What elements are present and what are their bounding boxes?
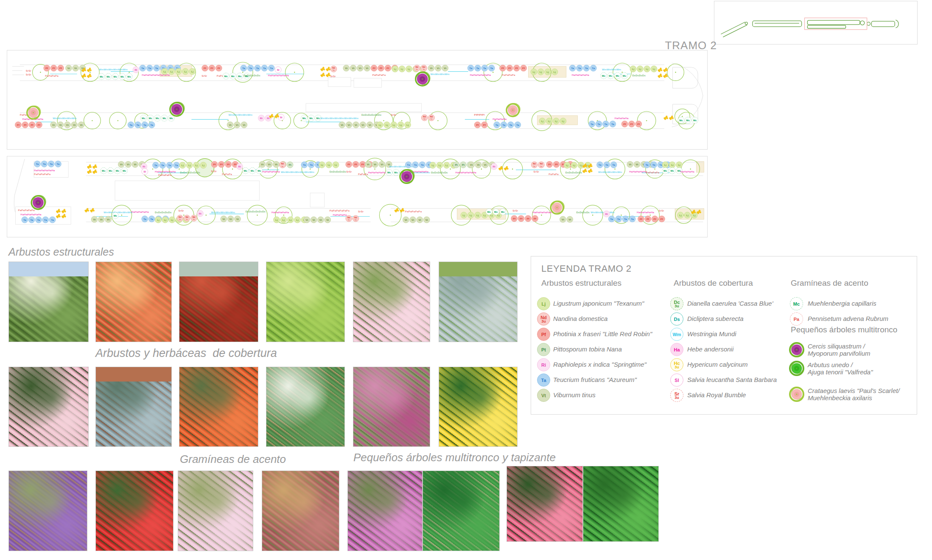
svg-text:Ri: Ri <box>493 165 495 168</box>
svg-text:Vt: Vt <box>275 163 277 166</box>
svg-text:Vt: Vt <box>93 218 95 221</box>
svg-text:Pt: Pt <box>462 163 465 166</box>
svg-text:3u: 3u <box>333 69 335 71</box>
svg-text:Lj: Lj <box>562 120 565 123</box>
svg-text:Ta: Ta <box>502 123 505 126</box>
svg-text:Lj: Lj <box>439 164 441 167</box>
hypericum-flower-cluster <box>269 114 279 118</box>
svg-text:Lj: Lj <box>283 218 285 221</box>
photo-westringia-mundi <box>266 367 345 447</box>
photo-photinia-little-red-robin <box>179 262 258 342</box>
plant-chips-Ta: TaTaTaTa <box>569 65 596 71</box>
plant-chips-Vt: VtVtVt <box>227 122 247 128</box>
plant-chips-Nd: Nd3uNd3u <box>421 114 434 121</box>
svg-text:Mc: Mc <box>170 117 174 120</box>
svg-text:Vt: Vt <box>229 123 232 126</box>
svg-text:Mc: Mc <box>387 171 391 174</box>
svg-text:Ta: Ta <box>44 218 47 221</box>
svg-text:Ta: Ta <box>36 162 39 165</box>
section-header-arboles: Pequeños árboles multitronco y tapizante <box>353 451 556 464</box>
legend-tree-symbol-arbutus <box>787 359 806 378</box>
photo-salvia-santa-barbara <box>8 471 87 551</box>
svg-text:Lj: Lj <box>678 163 680 166</box>
legend-header-gramineas: Gramíneas de acento <box>791 279 868 288</box>
svg-text:Ri: Ri <box>143 165 145 168</box>
photo-raphiolepis-springtime <box>353 262 430 342</box>
svg-text:Lj: Lj <box>386 123 388 126</box>
plant-run-Dc: DcDcDcDcDc <box>330 170 346 173</box>
legend-chip-code: Ds <box>674 317 680 321</box>
hypericum-flower-cluster <box>498 166 508 170</box>
strip2-drawing: TaTaTaTaHaHaHaHaHaHaPaPaPaPaPaPaPaPaPaPa… <box>7 156 707 237</box>
legend-chip-code: Nd <box>540 315 547 320</box>
legend-species-name: Hebe andersonii <box>687 345 733 353</box>
photo-salvia-royal-bumble <box>95 471 174 551</box>
svg-text:3u: 3u <box>431 118 433 120</box>
svg-text:Lj: Lj <box>632 67 635 70</box>
svg-text:Lj: Lj <box>555 120 557 123</box>
svg-text:Lj: Lj <box>335 163 337 166</box>
svg-text:Mc: Mc <box>257 169 261 172</box>
svg-text:Ta: Ta <box>469 67 472 70</box>
plant-run-Ha: HaHaHaHaHa <box>572 73 590 76</box>
svg-text:Ta: Ta <box>610 217 613 220</box>
legend-species-name: Pittosporum tobira Nana <box>553 345 622 353</box>
svg-text:Mc: Mc <box>123 169 126 172</box>
svg-text:Pf: Pf <box>386 67 389 70</box>
svg-text:Ta: Ta <box>483 67 486 70</box>
legend-chip-code: Lj <box>542 302 546 306</box>
plant-chips-Vt: VtVtVtVtVtVt <box>339 122 380 128</box>
plant-chips-Lj: LjLjLjLjLj <box>274 217 308 223</box>
svg-text:Lj: Lj <box>476 214 479 217</box>
svg-text:Ta: Ta <box>310 163 313 166</box>
svg-text:Vt: Vt <box>366 67 368 70</box>
legend-chip-code: Wm <box>672 332 681 337</box>
plant-chips-Mc: McMcMc <box>242 167 263 174</box>
plant-chips-Ta: TaTaTaTa <box>467 65 495 71</box>
svg-text:Lj: Lj <box>470 214 472 217</box>
svg-text:Mc: Mc <box>148 117 152 120</box>
svg-text:Nd: Nd <box>423 66 425 68</box>
plant-run-Dc: DcDcDcDcDc <box>243 74 260 77</box>
plant-run-Wm: WmWmWmWmWm <box>598 170 622 173</box>
legend-chip-Lj: Lj <box>537 297 550 310</box>
svg-text:Pf: Pf <box>483 123 486 126</box>
svg-text:Nd: Nd <box>540 163 543 165</box>
plant-run-Ha: HaHaHaHaHaHa <box>20 213 42 216</box>
photo-crataegus-pauls-scarlet <box>507 466 583 542</box>
svg-text:Pf: Pf <box>204 67 207 70</box>
plant-chips-Mc: McMcMc <box>301 115 322 121</box>
svg-text:Vt: Vt <box>100 218 103 221</box>
plant-run-Sr: SrSr <box>512 209 518 212</box>
svg-text:Vt: Vt <box>355 123 357 126</box>
svg-text:Nd: Nd <box>415 66 418 68</box>
tree-circle <box>109 112 126 129</box>
svg-text:Ta: Ta <box>154 164 157 167</box>
svg-text:Mc: Mc <box>309 117 313 120</box>
svg-text:Mc: Mc <box>114 75 118 78</box>
svg-text:3u: 3u <box>533 165 535 167</box>
svg-text:Vt: Vt <box>261 163 263 166</box>
legend-title: LEYENDA TRAMO 2 <box>541 263 632 274</box>
svg-text:Ta: Ta <box>509 123 512 126</box>
plant-run-Sr: SrSr <box>391 113 396 116</box>
svg-text:3u: 3u <box>281 165 283 167</box>
svg-text:Pf: Pf <box>220 163 223 166</box>
plant-chips-Vt: VtVtVt <box>221 216 241 222</box>
svg-text:Pf: Pf <box>515 67 518 70</box>
plant-run-Pa: PaPaPaPa <box>502 73 515 76</box>
svg-text:Mc: Mc <box>100 75 104 78</box>
plant-chips-Mc: McMcMc <box>486 209 506 215</box>
legend-chip-sub: 3u <box>541 320 546 323</box>
plant-run-Wm: WmWmWmWmWm <box>591 211 614 214</box>
svg-text:Pf: Pf <box>45 67 48 70</box>
svg-text:Pf: Pf <box>227 163 230 166</box>
tree-circle <box>613 63 632 82</box>
svg-text:Mc: Mc <box>224 75 228 78</box>
legend-chip-Ds: Ds <box>670 312 683 326</box>
svg-text:Nd: Nd <box>423 116 426 118</box>
svg-text:Vt: Vt <box>477 163 479 166</box>
tree-circle <box>472 160 491 178</box>
plant-chips-Ri: Ri <box>197 210 203 217</box>
plant-run-Ha: HaHaHaHaHaHa <box>268 74 289 77</box>
